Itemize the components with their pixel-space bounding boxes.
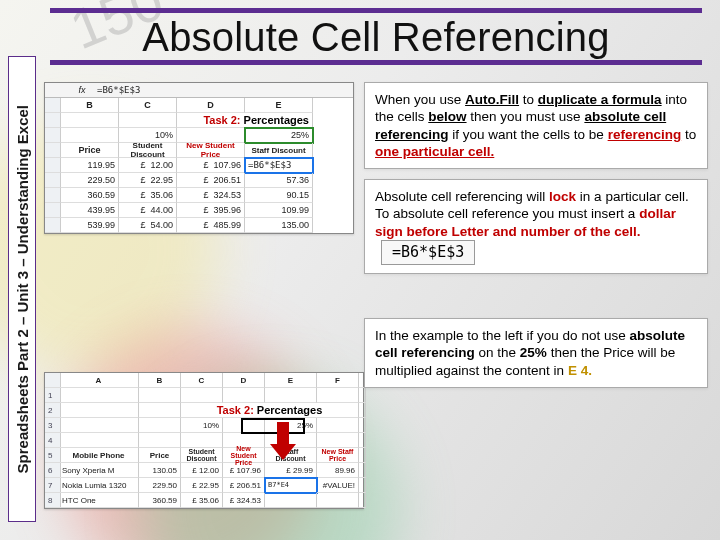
- explainer-2: Absolute cell referencing will lock in a…: [364, 179, 708, 274]
- selected-cell: =B6*$E$3: [245, 158, 313, 173]
- cell: £ 324.53: [223, 493, 265, 508]
- title-bar-bottom: [50, 60, 702, 65]
- hdr: Price: [139, 448, 181, 463]
- cell: [317, 493, 359, 508]
- cell: 439.95: [61, 203, 119, 218]
- cell: Nokia Lumia 1320: [59, 478, 139, 493]
- cell: 229.50: [139, 478, 181, 493]
- sidebar: Spreadsheets Part 2 – Unit 3 – Understan…: [8, 56, 36, 522]
- cell: 10%: [181, 418, 223, 433]
- col-head: E: [265, 373, 317, 388]
- cell: 360.59: [139, 493, 181, 508]
- cell-error: #VALUE!: [317, 478, 359, 493]
- cell: £ 54.00: [119, 218, 177, 233]
- hdr: New Staff Price: [317, 448, 359, 463]
- cell: £ 12.00: [119, 158, 177, 173]
- cell: £ 206.51: [223, 478, 265, 493]
- formula-input: =B6*$E$3: [93, 85, 353, 95]
- cell: £ 35.06: [119, 188, 177, 203]
- cell: £ 12.00: [181, 463, 223, 478]
- col-head: B: [61, 98, 119, 113]
- cell: 229.50: [61, 173, 119, 188]
- cell: £ 324.53: [177, 188, 245, 203]
- hdr: New Student Price: [223, 448, 265, 463]
- sidebar-label: Spreadsheets Part 2 – Unit 3 – Understan…: [14, 105, 31, 473]
- cell: 109.99: [245, 203, 313, 218]
- task-label: Task 2: Percentages: [181, 403, 359, 418]
- cell: HTC One: [59, 493, 139, 508]
- cell: 135.00: [245, 218, 313, 233]
- col-head: C: [119, 98, 177, 113]
- cell: 119.95: [61, 158, 119, 173]
- cell: £ 107.96: [177, 158, 245, 173]
- page-title: Absolute Cell Referencing: [50, 13, 702, 60]
- selected-cell: B7*E4: [265, 478, 317, 493]
- explainer-1: When you use Auto.Fill to duplicate a fo…: [364, 82, 708, 169]
- col-head: E: [245, 98, 313, 113]
- formula-example: =B6*$E$3: [381, 240, 475, 265]
- cell: £ 395.96: [177, 203, 245, 218]
- header-staff: Staff Discount: [245, 143, 313, 158]
- col-head: C: [181, 373, 223, 388]
- cell: £ 44.00: [119, 203, 177, 218]
- cell: 89.96: [317, 463, 359, 478]
- cell: £ 29.99: [265, 463, 317, 478]
- explainer-3: In the example to the left if you do not…: [364, 318, 708, 388]
- formula-bar: fx =B6*$E$3: [45, 83, 353, 98]
- hdr: Student Discount: [181, 448, 223, 463]
- task-label: Task 2: Percentages: [177, 113, 313, 128]
- cell: 130.05: [139, 463, 181, 478]
- col-head: D: [223, 373, 265, 388]
- col-head: B: [139, 373, 181, 388]
- hdr: Mobile Phone: [59, 448, 139, 463]
- header-nsp: New Student Price: [177, 143, 245, 158]
- cell: £ 107.96: [223, 463, 265, 478]
- cell: [265, 493, 317, 508]
- cell: 539.99: [61, 218, 119, 233]
- cell: 57.36: [245, 173, 313, 188]
- cell: 360.59: [61, 188, 119, 203]
- spreadsheet-top: fx =B6*$E$3 B C D E Task 2: Percentages: [44, 82, 354, 234]
- col-head: F: [317, 373, 359, 388]
- title-block: Absolute Cell Referencing: [50, 8, 702, 65]
- cell: £ 22.95: [181, 478, 223, 493]
- cell: 90.15: [245, 188, 313, 203]
- cell: £ 485.99: [177, 218, 245, 233]
- cell: £ 35.06: [181, 493, 223, 508]
- col-head: D: [177, 98, 245, 113]
- highlight-cell: 25%: [245, 128, 313, 143]
- col-head: A: [59, 373, 139, 388]
- header-sd: Student Discount: [119, 143, 177, 158]
- cell: £ 22.95: [119, 173, 177, 188]
- spreadsheet-bottom: A B C D E F 1 2 Task 2: Percentages 3 10…: [44, 372, 364, 509]
- fx-icon: fx: [71, 85, 93, 95]
- header-price: Price: [61, 143, 119, 158]
- cell: Sony Xperia M: [59, 463, 139, 478]
- arrow-down-icon: [270, 422, 296, 462]
- cell: £ 206.51: [177, 173, 245, 188]
